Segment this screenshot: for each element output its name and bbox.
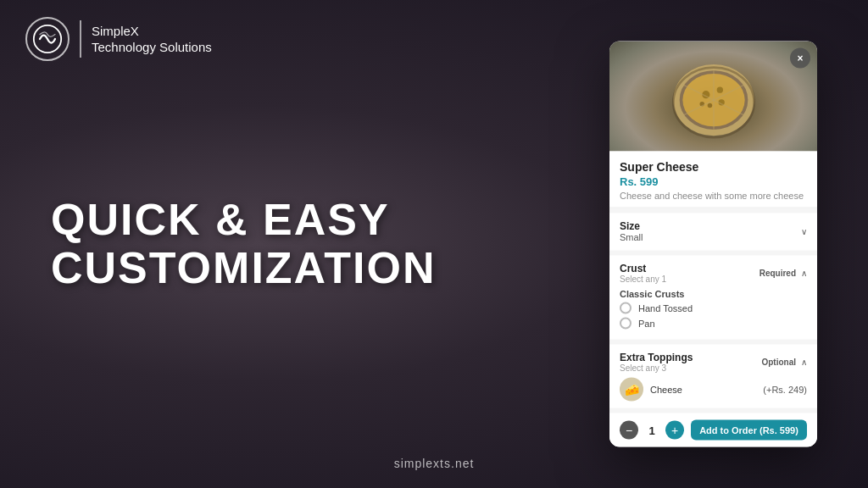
topping-cheese-price: (+Rs. 249) xyxy=(763,385,807,395)
product-info: Super Cheese Rs. 599 Cheese and cheese w… xyxy=(609,152,817,208)
brand-name: SimpleX Technology Solutions xyxy=(92,23,212,56)
crust-option-hand-tossed[interactable]: Hand Tossed xyxy=(620,302,807,314)
radio-pan[interactable] xyxy=(620,318,632,330)
crust-group-label: Classic Crusts xyxy=(620,289,807,299)
quantity-increase-button[interactable]: + xyxy=(665,421,684,440)
crust-badge: Required xyxy=(760,269,796,278)
size-value: Small xyxy=(620,232,643,242)
toppings-section: Extra Toppings Select any 3 Optional ∧ 🧀… xyxy=(609,345,817,408)
product-price: Rs. 599 xyxy=(620,175,807,188)
crust-section: Crust Select any 1 Required ∧ Classic Cr… xyxy=(609,256,817,340)
crust-option-pan[interactable]: Pan xyxy=(620,318,807,330)
topping-cheese-icon: 🧀 xyxy=(620,378,643,402)
logo-icon xyxy=(25,17,70,61)
quantity-value: 1 xyxy=(645,424,659,436)
svg-point-6 xyxy=(707,103,712,108)
brand-name-line1: SimpleX xyxy=(92,23,212,40)
crust-label: Crust xyxy=(620,263,666,274)
hero-heading: QUICK & EASY CUSTOMIZATION xyxy=(51,196,437,292)
radio-hand-tossed[interactable] xyxy=(620,302,632,314)
brand-name-line2: Technology Solutions xyxy=(92,39,212,56)
crust-chevron: ∧ xyxy=(801,269,807,278)
crust-pan-label: Pan xyxy=(638,319,655,329)
hero-line1: QUICK & EASY xyxy=(51,196,437,244)
footer: simplexts.net xyxy=(0,456,868,471)
product-modal: × Super Cheese Rs. 599 Cheese and cheese… xyxy=(609,42,817,447)
size-label: Size xyxy=(620,220,643,232)
close-button[interactable]: × xyxy=(790,48,810,69)
toppings-label: Extra Toppings xyxy=(620,352,693,363)
product-image: × xyxy=(609,42,817,152)
toppings-badge: Optional xyxy=(761,358,796,367)
product-name: Super Cheese xyxy=(620,160,807,174)
quantity-decrease-button[interactable]: − xyxy=(620,421,638,440)
order-bar: − 1 + Add to Order (Rs. 599) xyxy=(609,413,817,447)
product-description: Cheese and cheese with some more cheese xyxy=(620,191,807,201)
crust-subtitle: Select any 1 xyxy=(620,274,666,284)
toppings-subtitle: Select any 3 xyxy=(620,363,693,373)
header: SimpleX Technology Solutions xyxy=(25,17,212,61)
hero-line2: CUSTOMIZATION xyxy=(51,244,437,292)
toppings-chevron: ∧ xyxy=(801,358,807,367)
topping-cheese[interactable]: 🧀 Cheese (+Rs. 249) xyxy=(620,378,807,402)
topping-cheese-name: Cheese xyxy=(650,385,756,395)
logo-divider xyxy=(80,20,81,58)
add-to-order-button[interactable]: Add to Order (Rs. 599) xyxy=(691,420,807,441)
svg-point-5 xyxy=(716,87,722,93)
size-section[interactable]: Size Small ∨ xyxy=(609,214,817,251)
crust-hand-tossed-label: Hand Tossed xyxy=(638,303,693,313)
website-url: simplexts.net xyxy=(394,457,475,470)
size-chevron: ∨ xyxy=(801,226,807,236)
